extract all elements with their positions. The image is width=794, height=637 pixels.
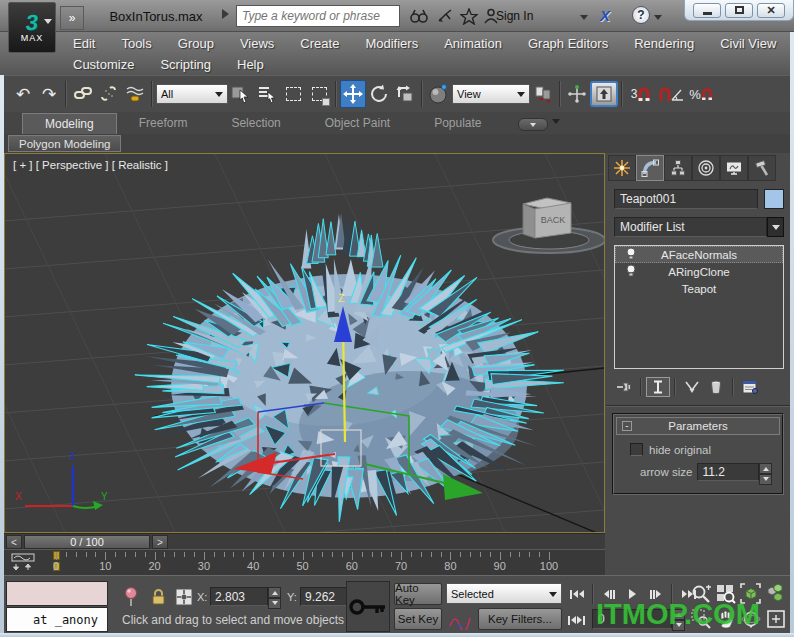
- search-icon[interactable]: [408, 6, 430, 26]
- key-filters-button[interactable]: Key Filters...: [478, 608, 562, 630]
- stack-item-aringclone[interactable]: ARingClone: [615, 263, 783, 280]
- select-and-move-button[interactable]: [340, 80, 366, 108]
- default-in-out-tangents-button[interactable]: [448, 610, 472, 630]
- keyboard-shortcut-override-button[interactable]: [590, 81, 618, 107]
- time-slider[interactable]: < 0 / 100 >: [4, 533, 605, 549]
- absolute-offset-mode-toggle[interactable]: [173, 586, 195, 608]
- previous-frame-button[interactable]: <: [6, 535, 22, 549]
- maxscript-listener[interactable]: at _anony: [6, 607, 108, 632]
- ribbon-tab-freeform[interactable]: Freeform: [117, 113, 210, 134]
- viewport-label[interactable]: [ + ] [ Perspective ] [ Realistic ]: [13, 159, 168, 171]
- auto-key-button[interactable]: Auto Key: [394, 583, 442, 605]
- object-color-swatch[interactable]: [764, 189, 784, 209]
- select-and-manipulate-button[interactable]: [426, 80, 452, 108]
- set-key-button[interactable]: Set Key: [394, 608, 442, 630]
- menu-item-group[interactable]: Group: [165, 34, 227, 53]
- remove-modifier-button[interactable]: [704, 377, 728, 397]
- tab-motion[interactable]: [692, 155, 720, 181]
- menu-item-scripting[interactable]: Scripting: [147, 55, 224, 74]
- stack-item-afacenormals[interactable]: AFaceNormals: [615, 246, 783, 263]
- menu-item-customize[interactable]: Customize: [60, 55, 147, 74]
- hide-original-checkbox[interactable]: [630, 443, 643, 456]
- x-coordinate-field[interactable]: 2.803: [210, 587, 268, 606]
- select-and-manipulate-toggle-button[interactable]: [564, 80, 590, 108]
- menu-item-help[interactable]: Help: [224, 55, 277, 74]
- menu-item-views[interactable]: Views: [227, 34, 287, 53]
- show-end-result-button[interactable]: [646, 377, 670, 397]
- pin-stack-button[interactable]: [612, 377, 636, 397]
- make-unique-button[interactable]: [680, 377, 704, 397]
- ribbon-tab-populate[interactable]: Populate: [412, 113, 503, 134]
- modifier-list-arrow-button[interactable]: [767, 217, 784, 237]
- application-menu-button[interactable]: 3 MAX: [8, 2, 56, 53]
- communication-center-icon[interactable]: [434, 6, 456, 26]
- restore-button[interactable]: [725, 3, 753, 18]
- help-caret-icon[interactable]: [654, 15, 662, 24]
- autodesk-exchange-icon[interactable]: X: [600, 7, 610, 24]
- set-keys-button[interactable]: [346, 581, 390, 632]
- sign-in-link[interactable]: Sign In: [496, 9, 533, 23]
- xy-spinner[interactable]: [268, 587, 281, 606]
- document-history-arrow[interactable]: [222, 9, 234, 19]
- ribbon-options-caret-icon[interactable]: [552, 119, 560, 128]
- next-frame-button[interactable]: >: [152, 535, 168, 549]
- sign-in-caret-icon[interactable]: [580, 15, 588, 24]
- polygon-modeling-panel-button[interactable]: Polygon Modeling: [8, 135, 121, 152]
- lightbulb-icon[interactable]: [625, 247, 637, 261]
- menu-item-edit[interactable]: Edit: [60, 34, 108, 53]
- menu-item-graph-editors[interactable]: Graph Editors: [515, 34, 621, 53]
- parameters-rollout-header[interactable]: - Parameters: [616, 417, 780, 435]
- object-name-field[interactable]: [614, 189, 758, 209]
- ribbon-tab-object-paint[interactable]: Object Paint: [303, 113, 412, 134]
- bind-to-space-warp-button[interactable]: [122, 80, 148, 108]
- search-box[interactable]: [236, 5, 400, 27]
- arrow-size-field[interactable]: 11.2: [697, 463, 759, 481]
- window-crossing-toggle-button[interactable]: [306, 80, 332, 108]
- ribbon-tab-modeling[interactable]: Modeling: [22, 113, 117, 134]
- unlink-selection-button[interactable]: [96, 80, 122, 108]
- menu-item-tools[interactable]: Tools: [108, 34, 164, 53]
- configure-modifier-sets-button[interactable]: [738, 377, 762, 397]
- spinner-up-button[interactable]: [759, 463, 772, 474]
- quick-access-overflow-button[interactable]: »: [60, 6, 84, 30]
- track-bar[interactable]: 0102030405060708090100: [4, 549, 605, 575]
- selection-lock-toggle[interactable]: [147, 586, 169, 608]
- select-by-name-button[interactable]: [254, 80, 280, 108]
- undo-button[interactable]: ↶: [10, 80, 36, 108]
- arrow-size-spinner[interactable]: [759, 463, 772, 481]
- perspective-viewport[interactable]: [ + ] [ Perspective ] [ Realistic ] BACK…: [4, 153, 605, 533]
- object-name-input[interactable]: [615, 190, 757, 208]
- spinner-down-button[interactable]: [759, 474, 772, 485]
- tab-create[interactable]: [608, 155, 636, 181]
- close-button[interactable]: ✕: [757, 3, 785, 18]
- tab-display[interactable]: [720, 155, 748, 181]
- open-mini-curve-editor-button[interactable]: [10, 553, 44, 572]
- use-pivot-point-button[interactable]: [530, 80, 556, 108]
- lightbulb-icon[interactable]: [625, 264, 637, 278]
- maximize-viewport-toggle-button[interactable]: [763, 606, 788, 631]
- angle-snap-toggle-button[interactable]: [656, 80, 686, 108]
- menu-item-rendering[interactable]: Rendering: [621, 34, 707, 53]
- menu-item-create[interactable]: Create: [287, 34, 352, 53]
- zoom-extents-all-button[interactable]: [763, 581, 788, 606]
- isolate-selection-toggle[interactable]: [120, 586, 142, 608]
- ribbon-minimize-button[interactable]: [518, 118, 548, 131]
- select-and-link-button[interactable]: [70, 80, 96, 108]
- snaps-toggle-button[interactable]: 3: [626, 80, 656, 108]
- go-to-start-button[interactable]: [566, 583, 587, 605]
- minimize-button[interactable]: [693, 3, 721, 18]
- menu-item-animation[interactable]: Animation: [431, 34, 515, 53]
- key-mode-toggle-button[interactable]: [566, 609, 587, 631]
- select-and-scale-button[interactable]: [392, 80, 418, 108]
- percent-snap-toggle-button[interactable]: %: [686, 80, 716, 108]
- tab-hierarchy[interactable]: [664, 155, 692, 181]
- search-input[interactable]: [237, 6, 399, 26]
- favorites-star-icon[interactable]: [458, 6, 480, 26]
- rectangular-selection-region-button[interactable]: [280, 80, 306, 108]
- selection-filter-dropdown[interactable]: All: [156, 84, 228, 104]
- ribbon-tab-selection[interactable]: Selection: [209, 113, 302, 134]
- tab-utilities[interactable]: [748, 155, 776, 181]
- selection-set-dropdown[interactable]: Selected: [446, 583, 562, 604]
- reference-coordinate-dropdown[interactable]: View: [452, 84, 530, 104]
- modifier-stack[interactable]: AFaceNormalsARingCloneTeapot: [614, 245, 784, 369]
